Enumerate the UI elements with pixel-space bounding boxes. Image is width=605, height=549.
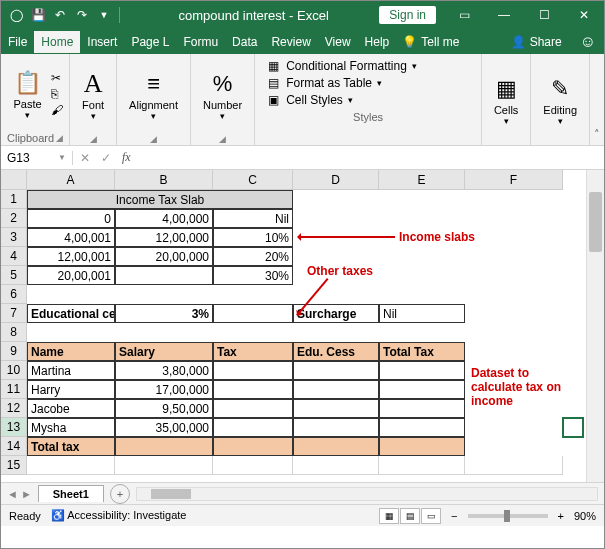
select-all-corner[interactable] — [1, 170, 27, 190]
zoom-slider[interactable] — [468, 514, 548, 518]
close-icon[interactable]: ✕ — [564, 1, 604, 29]
cell-A12[interactable]: Jacobe — [27, 399, 115, 418]
cells-button[interactable]: ▦Cells▾ — [488, 72, 524, 128]
zoom-in-icon[interactable]: + — [558, 510, 564, 522]
cell-B2[interactable]: 4,00,000 — [115, 209, 213, 228]
cell-D7[interactable]: Surcharge — [293, 304, 379, 323]
maximize-icon[interactable]: ☐ — [524, 1, 564, 29]
cell-A13[interactable]: Mysha — [27, 418, 115, 437]
vertical-scrollbar[interactable] — [586, 170, 604, 482]
cell-E14[interactable] — [379, 437, 465, 456]
view-page-layout-icon[interactable]: ▤ — [400, 508, 420, 524]
clipboard-launcher[interactable]: ◢ — [56, 133, 63, 143]
col-header-F[interactable]: F — [465, 170, 563, 190]
save-icon[interactable]: 💾 — [29, 6, 47, 24]
number-launcher[interactable]: ◢ — [219, 134, 226, 144]
cell-C13[interactable] — [213, 418, 293, 437]
cut-icon[interactable]: ✂ — [51, 71, 63, 85]
cell-C2[interactable]: Nil — [213, 209, 293, 228]
alignment-launcher[interactable]: ◢ — [150, 134, 157, 144]
tab-review[interactable]: Review — [264, 31, 317, 53]
cell-E11[interactable] — [379, 380, 465, 399]
view-page-break-icon[interactable]: ▭ — [421, 508, 441, 524]
col-header-D[interactable]: D — [293, 170, 379, 190]
cell-A4[interactable]: 12,00,001 — [27, 247, 115, 266]
col-header-C[interactable]: C — [213, 170, 293, 190]
cell-B15[interactable] — [115, 456, 213, 475]
qat-dropdown-icon[interactable]: ▼ — [95, 6, 113, 24]
cell-D12[interactable] — [293, 399, 379, 418]
format-as-table-button[interactable]: ▤Format as Table ▾ — [265, 76, 471, 90]
cell-styles-button[interactable]: ▣Cell Styles ▾ — [265, 93, 471, 107]
row-header-7[interactable]: 7 — [1, 304, 27, 323]
zoom-level[interactable]: 90% — [574, 510, 596, 522]
tab-help[interactable]: Help — [358, 31, 397, 53]
row-header-14[interactable]: 14 — [1, 437, 27, 456]
row-header-5[interactable]: 5 — [1, 266, 27, 285]
cell-C7[interactable] — [213, 304, 293, 323]
row-header-9[interactable]: 9 — [1, 342, 27, 361]
tab-data[interactable]: Data — [225, 31, 264, 53]
ribbon-options-icon[interactable]: ▭ — [444, 1, 484, 29]
zoom-out-icon[interactable]: − — [451, 510, 457, 522]
tab-file[interactable]: File — [1, 31, 34, 53]
cell-A10[interactable]: Martina — [27, 361, 115, 380]
cell-B10[interactable]: 3,80,000 — [115, 361, 213, 380]
col-header-E[interactable]: E — [379, 170, 465, 190]
row-header-13[interactable]: 13 — [1, 418, 27, 437]
cell-C12[interactable] — [213, 399, 293, 418]
horizontal-scrollbar[interactable] — [136, 487, 598, 501]
cell-A5[interactable]: 20,00,001 — [27, 266, 115, 285]
col-header-B[interactable]: B — [115, 170, 213, 190]
row-header-15[interactable]: 15 — [1, 456, 27, 475]
conditional-formatting-button[interactable]: ▦Conditional Formatting ▾ — [265, 59, 471, 73]
accessibility-status[interactable]: ♿ Accessibility: Investigate — [51, 509, 187, 522]
cell-B11[interactable]: 17,00,000 — [115, 380, 213, 399]
row-header-2[interactable]: 2 — [1, 209, 27, 228]
cell-C11[interactable] — [213, 380, 293, 399]
feedback-icon[interactable]: ☺ — [572, 33, 604, 51]
tab-home[interactable]: Home — [34, 31, 80, 53]
col-header-A[interactable]: A — [27, 170, 115, 190]
cell-A7[interactable]: Educational cess — [27, 304, 115, 323]
format-painter-icon[interactable]: 🖌 — [51, 103, 63, 117]
share-button[interactable]: 👤Share — [501, 35, 572, 49]
tab-insert[interactable]: Insert — [80, 31, 124, 53]
cell-C10[interactable] — [213, 361, 293, 380]
spreadsheet-grid[interactable]: ABCDEF 123456789101112131415 Income slab… — [1, 170, 604, 482]
cell-E10[interactable] — [379, 361, 465, 380]
row-header-3[interactable]: 3 — [1, 228, 27, 247]
tell-me-search[interactable]: 💡Tell me — [396, 35, 465, 49]
cancel-formula-icon[interactable]: ✕ — [76, 151, 94, 165]
cell-B4[interactable]: 20,00,000 — [115, 247, 213, 266]
cell-E13[interactable] — [379, 418, 465, 437]
cell-D11[interactable] — [293, 380, 379, 399]
cell-D10[interactable] — [293, 361, 379, 380]
editing-button[interactable]: ✎Editing▾ — [537, 72, 583, 128]
tab-page-layout[interactable]: Page L — [124, 31, 176, 53]
add-sheet-button[interactable]: + — [110, 484, 130, 504]
undo-icon[interactable]: ↶ — [51, 6, 69, 24]
redo-icon[interactable]: ↷ — [73, 6, 91, 24]
cell-A3[interactable]: 4,00,001 — [27, 228, 115, 247]
view-normal-icon[interactable]: ▦ — [379, 508, 399, 524]
cell-D14[interactable] — [293, 437, 379, 456]
minimize-icon[interactable]: — — [484, 1, 524, 29]
row-header-1[interactable]: 1 — [1, 190, 27, 209]
cell-B13[interactable]: 35,00,000 — [115, 418, 213, 437]
row-header-6[interactable]: 6 — [1, 285, 27, 304]
sheet-prev-icon[interactable]: ◄ — [7, 488, 18, 500]
tab-formulas[interactable]: Formu — [176, 31, 225, 53]
row-header-12[interactable]: 12 — [1, 399, 27, 418]
cell-E15[interactable] — [379, 456, 465, 475]
cell-B5[interactable] — [115, 266, 213, 285]
tab-view[interactable]: View — [318, 31, 358, 53]
alignment-button[interactable]: ≡Alignment▾ — [123, 67, 184, 123]
formula-input[interactable] — [135, 151, 604, 165]
cell-D15[interactable] — [293, 456, 379, 475]
paste-button[interactable]: 📋Paste▾ — [7, 66, 47, 122]
selected-cell[interactable] — [563, 418, 583, 437]
autosave-toggle[interactable]: ◯ — [7, 6, 25, 24]
name-box[interactable]: G13▼ — [1, 151, 73, 165]
fx-icon[interactable]: fx — [118, 150, 135, 165]
